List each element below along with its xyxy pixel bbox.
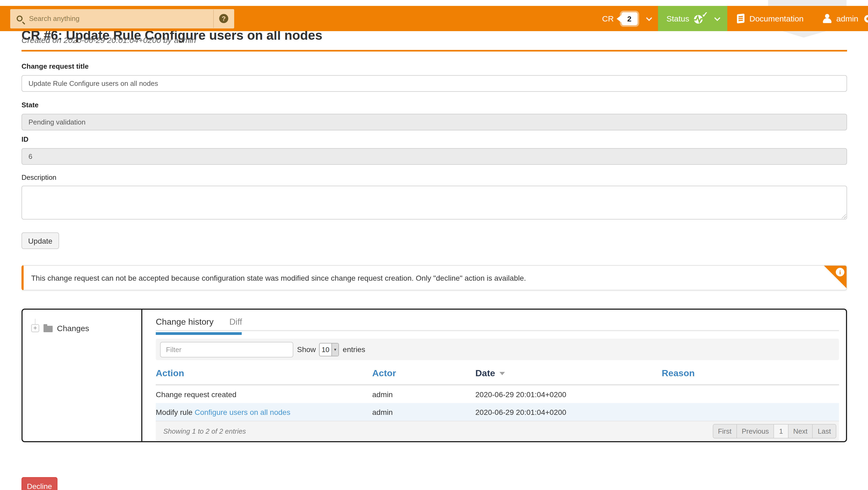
table-row: Modify rule Configure users on all nodes… bbox=[156, 403, 839, 421]
pagination-first[interactable]: First bbox=[713, 425, 736, 438]
user-menu[interactable]: admin bbox=[813, 6, 868, 31]
pagination-page-1[interactable]: 1 bbox=[774, 425, 788, 438]
orange-divider bbox=[22, 50, 847, 52]
cell-actor: admin bbox=[372, 407, 475, 416]
status-label: Status bbox=[666, 14, 689, 23]
state-field-label: State bbox=[22, 101, 847, 109]
main-content: Created on 2020-06-29 20:01:04+0200 by a… bbox=[22, 35, 847, 490]
pagination-last[interactable]: Last bbox=[812, 425, 836, 438]
rule-link[interactable]: Configure users on all nodes bbox=[195, 407, 290, 416]
cr-label: CR bbox=[602, 14, 614, 23]
description-textarea[interactable] bbox=[22, 186, 847, 220]
app-root: CR #6: Update Rule Configure users on al… bbox=[0, 0, 868, 490]
chevron-down-icon bbox=[714, 15, 720, 21]
entries-summary: Showing 1 to 2 of 2 entries bbox=[163, 427, 246, 435]
pagination-previous[interactable]: Previous bbox=[736, 425, 774, 438]
page-size-value: 10 bbox=[319, 346, 332, 353]
user-icon bbox=[823, 14, 832, 23]
search-help-icon[interactable]: ? bbox=[219, 14, 228, 23]
change-requests-menu[interactable]: CR 2 bbox=[595, 6, 658, 31]
check-icon: ✓ bbox=[702, 10, 708, 19]
change-request-title-input[interactable] bbox=[22, 75, 847, 92]
column-header-date[interactable]: Date bbox=[475, 368, 662, 379]
pagination-next[interactable]: Next bbox=[788, 425, 812, 438]
entries-label: entries bbox=[343, 345, 365, 354]
user-label: admin bbox=[836, 14, 858, 23]
decline-button[interactable]: Decline bbox=[22, 477, 58, 490]
pagination: First Previous 1 Next Last bbox=[713, 424, 836, 438]
warning-text: This change request can not be accepted … bbox=[31, 273, 526, 282]
show-label: Show bbox=[297, 345, 316, 354]
book-icon bbox=[737, 14, 744, 24]
status-menu[interactable]: Status ✓ bbox=[658, 6, 727, 31]
topbar: ? CR 2 Status ✓ Documentation adm bbox=[0, 6, 868, 31]
changes-tree: + Changes bbox=[23, 310, 142, 441]
created-on-subtitle: Created on 2020-06-29 20:01:04+0200 by a… bbox=[22, 35, 847, 45]
heartbeat-status-icon: ✓ bbox=[694, 13, 706, 24]
cell-action: Modify rule Configure users on all nodes bbox=[156, 407, 372, 416]
column-header-reason[interactable]: Reason bbox=[662, 368, 839, 379]
changes-panel: + Changes Change history Diff Show 10 bbox=[22, 308, 847, 442]
active-tab-underline bbox=[156, 332, 242, 335]
cr-count-badge: 2 bbox=[621, 12, 637, 25]
search-icon bbox=[17, 15, 23, 22]
tabs-row: Change history Diff bbox=[156, 310, 839, 335]
sort-desc-icon bbox=[499, 372, 505, 375]
description-field-label: Description bbox=[22, 173, 847, 182]
global-search[interactable]: ? bbox=[10, 9, 234, 28]
documentation-label: Documentation bbox=[749, 14, 804, 23]
id-input bbox=[22, 148, 847, 165]
table-header-row: Action Actor Date Reason bbox=[156, 363, 839, 385]
table-row: Change request created admin 2020-06-29 … bbox=[156, 385, 839, 403]
description-wrap bbox=[22, 186, 847, 220]
column-header-action[interactable]: Action bbox=[156, 368, 372, 379]
filter-input[interactable] bbox=[160, 341, 293, 357]
table-footer: Showing 1 to 2 of 2 entries First Previo… bbox=[156, 421, 839, 441]
tree-node-label: Changes bbox=[57, 324, 89, 333]
table-controls: Show 10 ▾ entries bbox=[156, 339, 839, 360]
documentation-link[interactable]: Documentation bbox=[727, 6, 813, 31]
search-input[interactable] bbox=[28, 14, 213, 23]
update-button[interactable]: Update bbox=[22, 232, 59, 249]
select-caret-icon: ▾ bbox=[332, 343, 338, 356]
column-header-actor[interactable]: Actor bbox=[372, 368, 475, 379]
cell-date: 2020-06-29 20:01:04+0200 bbox=[475, 407, 662, 416]
tree-expand-icon[interactable]: + bbox=[31, 324, 39, 332]
id-field-label: ID bbox=[22, 135, 847, 144]
cell-actor: admin bbox=[372, 390, 475, 398]
cell-action: Change request created bbox=[156, 390, 372, 398]
state-input bbox=[22, 114, 847, 130]
tab-change-history[interactable]: Change history bbox=[156, 317, 214, 327]
title-field-label: Change request title bbox=[22, 62, 847, 71]
warning-banner: This change request can not be accepted … bbox=[22, 265, 847, 290]
page-size-select[interactable]: 10 ▾ bbox=[319, 343, 339, 356]
chevron-down-icon bbox=[646, 15, 652, 21]
info-icon: i bbox=[836, 268, 844, 276]
tree-node-changes[interactable]: + Changes bbox=[31, 324, 141, 333]
changes-tab-pane: Change history Diff Show 10 ▾ entries Ac… bbox=[142, 310, 846, 441]
tab-diff[interactable]: Diff bbox=[229, 317, 242, 327]
folder-icon bbox=[43, 326, 53, 332]
cell-date: 2020-06-29 20:01:04+0200 bbox=[475, 390, 662, 398]
viewport: CR #6: Update Rule Configure users on al… bbox=[0, 0, 868, 490]
tabs-divider bbox=[156, 330, 839, 331]
search-separator bbox=[213, 9, 214, 28]
